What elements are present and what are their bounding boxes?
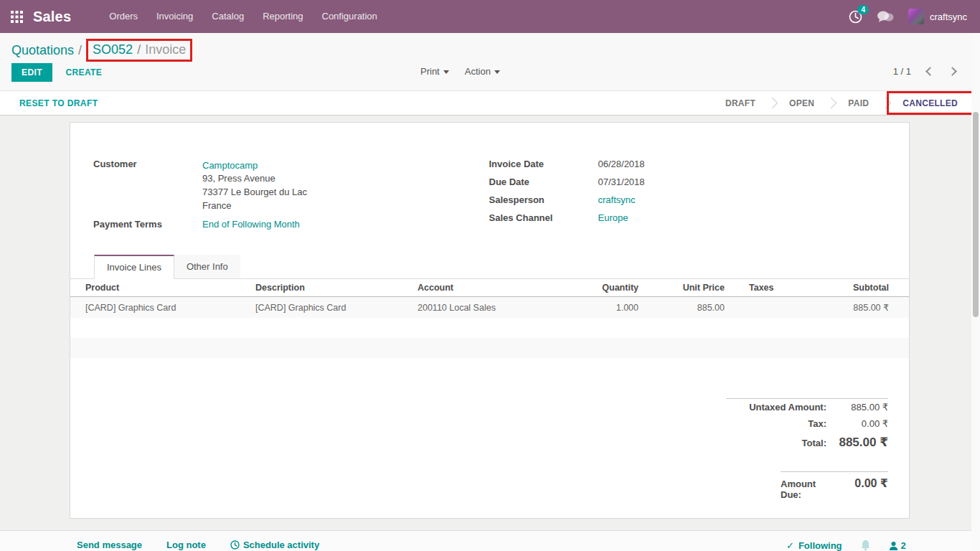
scrollbar-thumb[interactable] — [973, 112, 979, 317]
breadcrumb-separator: / — [133, 42, 145, 57]
check-icon: ✓ — [786, 540, 794, 551]
activity-count-badge: 4 — [857, 5, 869, 14]
address-line: 73377 Le Bourget du Lac — [202, 185, 307, 199]
field-due-date: Due Date 07/31/2018 — [489, 176, 885, 187]
header-description[interactable]: Description — [250, 279, 412, 297]
cell-subtotal[interactable]: 885.00 ₹ — [816, 297, 909, 319]
notebook-tabs: Invoice Lines Other Info — [70, 255, 909, 279]
chatter-bar: Send message Log note Schedule activity … — [0, 531, 980, 551]
menu-configuration[interactable]: Configuration — [313, 0, 387, 33]
customer-link[interactable]: Camptocamp — [202, 160, 258, 171]
state-open[interactable]: OPEN — [773, 91, 830, 115]
scrollbar-track[interactable] — [971, 33, 980, 551]
breadcrumb-quotations[interactable]: Quotations — [11, 43, 74, 58]
button-row: EDIT CREATE Print Action 1 / 1 — [11, 63, 969, 83]
tab-invoice-lines[interactable]: Invoice Lines — [94, 255, 174, 279]
table-empty-row — [70, 338, 909, 358]
state-draft[interactable]: DRAFT — [710, 91, 771, 115]
cell-description[interactable]: [CARD] Graphics Card — [250, 297, 412, 319]
header-account[interactable]: Account — [412, 279, 574, 297]
print-dropdown[interactable]: Print — [420, 66, 449, 77]
top-navbar: Sales Orders Invoicing Catalog Reporting… — [0, 0, 980, 33]
pager-next-icon[interactable] — [948, 67, 957, 76]
untaxed-amount-row: Untaxed Amount: 885.00 ₹ — [726, 398, 888, 415]
table-row[interactable]: [CARD] Graphics Card [CARD] Graphics Car… — [70, 297, 909, 319]
breadcrumb-highlight-box: SO052 / Invoice — [86, 39, 192, 62]
following-button[interactable]: ✓ Following — [786, 540, 842, 551]
pager-count: 1 / 1 — [893, 66, 911, 77]
cell-account[interactable]: 200110 Local Sales — [412, 297, 574, 319]
untaxed-amount-label: Untaxed Amount: — [749, 402, 826, 413]
amount-due-label: Amount Due: — [781, 479, 826, 500]
menu-orders[interactable]: Orders — [100, 0, 147, 33]
sales-channel-link[interactable]: Europe — [598, 212, 628, 223]
apps-grid-icon-glyph — [11, 11, 23, 23]
breadcrumb: Quotations / SO052 / Invoice — [11, 39, 192, 62]
menu-catalog[interactable]: Catalog — [202, 0, 253, 33]
log-note-button[interactable]: Log note — [166, 540, 206, 550]
tax-label: Tax: — [808, 418, 826, 429]
pager-previous-icon[interactable] — [925, 67, 935, 76]
user-menu[interactable]: craftsync — [908, 9, 967, 24]
sales-invoice-screen: Sales Orders Invoicing Catalog Reporting… — [0, 0, 980, 551]
breadcrumb-order[interactable]: SO052 — [93, 42, 133, 57]
apps-grid-icon[interactable] — [0, 0, 33, 33]
header-subtotal[interactable]: Subtotal — [816, 279, 909, 297]
field-column-left: Customer Camptocamp 93, Press Avenue 733… — [93, 159, 489, 236]
messages-icon[interactable] — [877, 10, 894, 23]
reset-to-draft-button[interactable]: RESET TO DRAFT — [19, 98, 98, 108]
chatter-followers: ✓ Following 2 — [786, 540, 906, 551]
schedule-activity-button[interactable]: Schedule activity — [230, 540, 319, 550]
cell-product[interactable]: [CARD] Graphics Card — [70, 297, 250, 319]
amount-due-value: 0.00 ₹ — [837, 476, 888, 490]
send-message-button[interactable]: Send message — [77, 540, 142, 550]
total-row: Total: 885.00 ₹ — [726, 432, 888, 453]
address-line: France — [202, 199, 307, 212]
cell-unit-price[interactable]: 885.00 — [644, 297, 730, 319]
followers-button[interactable]: 2 — [889, 540, 906, 551]
action-dropdowns: Print Action — [420, 66, 500, 77]
tax-row: Tax: 0.00 ₹ — [726, 415, 888, 432]
due-date-value: 07/31/2018 — [598, 176, 645, 187]
field-customer: Customer Camptocamp 93, Press Avenue 733… — [93, 159, 489, 212]
chat-bubbles-icon-glyph — [877, 10, 894, 23]
user-name: craftsync — [930, 11, 967, 22]
header-unit-price[interactable]: Unit Price — [644, 279, 730, 297]
customer-label: Customer — [93, 159, 202, 212]
header-taxes[interactable]: Taxes — [730, 279, 816, 297]
total-label: Total: — [802, 438, 826, 448]
state-cancelled[interactable]: CANCELLED — [887, 91, 974, 115]
sales-channel-label: Sales Channel — [489, 212, 598, 223]
header-product[interactable]: Product — [70, 279, 250, 297]
total-value: 885.00 ₹ — [837, 435, 888, 450]
payment-terms-link[interactable]: End of Following Month — [202, 219, 300, 230]
cell-quantity[interactable]: 1.000 — [574, 297, 644, 319]
state-paid[interactable]: PAID — [832, 91, 885, 115]
salesperson-link[interactable]: craftsync — [598, 194, 636, 205]
cell-taxes[interactable] — [730, 297, 816, 319]
pager: 1 / 1 — [893, 66, 956, 77]
user-avatar — [908, 9, 924, 24]
action-dropdown[interactable]: Action — [465, 66, 500, 77]
menu-invoicing[interactable]: Invoicing — [147, 0, 202, 33]
tab-other-info[interactable]: Other Info — [174, 255, 240, 278]
app-title[interactable]: Sales — [33, 9, 71, 25]
header-quantity[interactable]: Quantity — [574, 279, 644, 297]
breadcrumb-separator: / — [74, 43, 86, 58]
untaxed-amount-value: 885.00 ₹ — [837, 402, 888, 413]
activities-clock-icon[interactable]: 4 — [849, 10, 862, 24]
chatter-links: Send message Log note Schedule activity — [77, 540, 319, 550]
edit-button[interactable]: EDIT — [11, 63, 52, 82]
action-label: Action — [465, 66, 491, 77]
create-button[interactable]: CREATE — [65, 67, 102, 77]
amount-due-block: Amount Due: 0.00 ₹ — [781, 471, 888, 503]
bell-icon[interactable] — [861, 540, 870, 551]
amount-due-row: Amount Due: 0.00 ₹ — [781, 472, 888, 503]
menu-reporting[interactable]: Reporting — [253, 0, 312, 33]
table-empty-row — [70, 318, 909, 338]
table-header-row: Product Description Account Quantity Uni… — [70, 279, 909, 297]
payment-terms-label: Payment Terms — [93, 219, 202, 230]
invoice-lines-table: Product Description Account Quantity Uni… — [70, 279, 909, 358]
field-salesperson: Salesperson craftsync — [489, 194, 885, 205]
field-payment-terms: Payment Terms End of Following Month — [93, 219, 489, 230]
